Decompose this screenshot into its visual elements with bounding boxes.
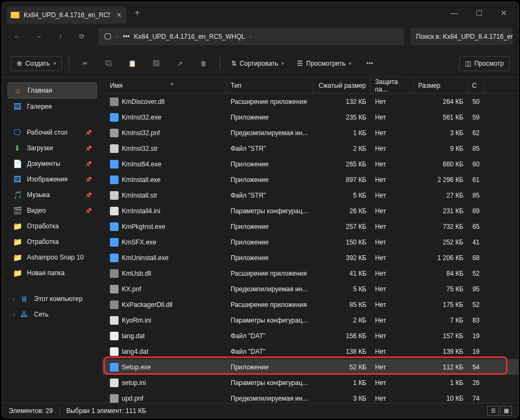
sort-button[interactable]: ⇅Сортировать▾: [227, 57, 289, 71]
sidebar: ⌂Главная 🖼Галерея 🖵Рабочий стол📌 ⬇Загруз…: [2, 78, 102, 403]
status-bar: Элементов: 29 Выбран 1 элемент: 111 КБ ☰…: [2, 403, 518, 418]
sidebar-item-desktop[interactable]: 🖵Рабочий стол📌: [8, 125, 97, 140]
header-name[interactable]: Имя⌃: [106, 78, 226, 93]
delete-button[interactable]: 🗑: [194, 54, 213, 73]
header-type[interactable]: Тип: [226, 78, 313, 93]
sidebar-item-folder[interactable]: 📁Ashampoo Snap 10: [8, 250, 97, 265]
cut-button[interactable]: ✂: [75, 54, 95, 73]
sidebar-item-network[interactable]: ›🖧Сеть: [8, 307, 97, 322]
forward-button[interactable]: →: [29, 28, 48, 45]
header-packed[interactable]: Сжатый размер: [313, 78, 371, 93]
monitor-icon: 🖵: [103, 32, 112, 41]
file-row[interactable]: KmInst32.strФайл "STR"2 КБНет9 КБ85: [102, 141, 518, 156]
file-row[interactable]: KmInst64.exeПриложение265 КБНет660 КБ60: [102, 156, 518, 172]
rename-button[interactable]: 🅰: [147, 54, 166, 73]
share-button[interactable]: ↗: [170, 54, 190, 73]
file-row[interactable]: KmPkgInst.exeПриложение257 КБНет732 КБ65: [102, 219, 518, 234]
content-area: Имя⌃ Тип Сжатый размер Защита па... Разм…: [102, 78, 518, 403]
file-row[interactable]: setup.iniПараметры конфигурац...1 КБНет1…: [102, 375, 518, 390]
file-row[interactable]: KmSFX.exeПриложение150 КБНет252 КБ41: [102, 234, 518, 250]
sidebar-item-folder[interactable]: 📁Отработка: [8, 234, 97, 249]
main-area: ⌂Главная 🖼Галерея 🖵Рабочий стол📌 ⬇Загруз…: [2, 78, 518, 403]
address-field[interactable]: 🖵 › ••• Kx84_UPD_8.4.1716_en_RC5_WHQL ›: [98, 28, 404, 45]
titlebar: Kx84_UPD_8.4.1716_en_RC5_W ✕ + — ☐ ✕: [2, 2, 518, 24]
more-button[interactable]: •••: [360, 54, 379, 73]
new-tab-button[interactable]: +: [135, 8, 140, 18]
preview-button[interactable]: ◫Просмотр: [459, 56, 510, 71]
file-row[interactable]: KmInst32.pnfПредкомпилируемая ин...1 КБН…: [102, 125, 518, 141]
copy-button[interactable]: ⿻: [99, 54, 119, 73]
sidebar-item-gallery[interactable]: 🖼Галерея: [8, 99, 97, 114]
file-row[interactable]: KmUsb.dllРасширение приложения41 КБНет84…: [102, 265, 518, 281]
file-row[interactable]: KX.pnfПредкомпилируемая ин...5 КБНет75 К…: [102, 281, 518, 297]
status-selected: Выбран 1 элемент: 111 КБ: [66, 407, 146, 415]
sidebar-item-folder[interactable]: 📁Новая папка: [8, 265, 97, 281]
tab-title: Kx84_UPD_8.4.1716_en_RC5_W: [24, 11, 110, 19]
file-row[interactable]: KmInstall.exeПриложение897 КБНет2 296 КБ…: [102, 172, 518, 187]
header-size[interactable]: Размер: [414, 78, 468, 93]
address-folder: Kx84_UPD_8.4.1716_en_RC5_WHQL: [134, 33, 245, 40]
sidebar-item-music[interactable]: 🎵Музыка📌: [8, 187, 97, 202]
sidebar-item-downloads[interactable]: ⬇Загрузки📌: [8, 141, 97, 156]
file-row[interactable]: KmInst32.exeПриложение235 КБНет561 КБ59: [102, 109, 518, 125]
file-row[interactable]: lang4.datФайл "DAT"138 КБНет139 КБ19: [102, 344, 518, 359]
header-ratio[interactable]: С: [468, 78, 484, 93]
file-row[interactable]: Setup.exeПриложение52 КБНет112 КБ54: [102, 359, 518, 375]
refresh-button[interactable]: ⟳: [72, 28, 92, 45]
sidebar-item-documents[interactable]: 📄Документы📌: [8, 156, 97, 171]
sidebar-item-home[interactable]: ⌂Главная: [8, 82, 97, 99]
file-row[interactable]: KxPackagerDll.dllРасширение приложения85…: [102, 297, 518, 312]
status-count: Элементов: 29: [9, 407, 53, 415]
file-row[interactable]: KmUninstall.exeПриложение392 КБНет1 206 …: [102, 250, 518, 265]
address-bar: ← → ↑ ⟳ 🖵 › ••• Kx84_UPD_8.4.1716_en_RC5…: [2, 24, 518, 50]
search-input[interactable]: Поиск в: Kx84_UPD_8.4.1716_en: [411, 28, 513, 45]
sidebar-item-thispc[interactable]: ›🖥Этот компьютер: [8, 291, 97, 306]
file-row[interactable]: KmInstall4.iniПараметры конфигурац...26 …: [102, 203, 518, 219]
minimize-button[interactable]: —: [442, 2, 467, 24]
window-controls: — ☐ ✕: [442, 2, 516, 24]
sidebar-item-pictures[interactable]: 🖼Изображения📌: [8, 172, 97, 187]
sidebar-item-folder[interactable]: 📁Отработка: [8, 219, 97, 234]
maximize-button[interactable]: ☐: [467, 2, 491, 24]
view-grid-button[interactable]: ▦: [500, 406, 512, 416]
view-button[interactable]: ☰Просмотреть▾: [293, 57, 356, 71]
back-button[interactable]: ←: [8, 28, 27, 45]
paste-button[interactable]: 📋: [123, 54, 142, 73]
header-protect[interactable]: Защита па...: [371, 78, 414, 93]
sidebar-item-videos[interactable]: 🎬Видео📌: [8, 203, 97, 218]
close-button[interactable]: ✕: [491, 2, 516, 24]
tab-active[interactable]: Kx84_UPD_8.4.1716_en_RC5_W ✕: [6, 6, 126, 24]
file-row[interactable]: lang.datФайл "DAT"156 КБНет157 КБ19: [102, 328, 518, 344]
file-list[interactable]: KmDiscover.dllРасширение приложения132 К…: [102, 94, 518, 403]
explorer-window: Kx84_UPD_8.4.1716_en_RC5_W ✕ + — ☐ ✕ ← →…: [2, 2, 519, 418]
file-row[interactable]: KmDiscover.dllРасширение приложения132 К…: [102, 94, 518, 109]
up-button[interactable]: ↑: [51, 28, 70, 45]
folder-icon: [11, 12, 19, 18]
toolbar: ⊕Создать▾ ✂ ⿻ 📋 🅰 ↗ 🗑 ⇅Сортировать▾ ☰Про…: [2, 50, 518, 78]
close-icon[interactable]: ✕: [116, 11, 122, 19]
column-headers: Имя⌃ Тип Сжатый размер Защита па... Разм…: [102, 78, 518, 94]
file-row[interactable]: KyoRm.iniПараметры конфигурац...2 КБНет7…: [102, 312, 518, 328]
view-list-button[interactable]: ☰: [487, 406, 499, 416]
file-row[interactable]: upd.pnfПредкомпилируемая ин...3 КБНет10 …: [102, 390, 518, 403]
create-button[interactable]: ⊕Создать▾: [11, 56, 62, 71]
file-row[interactable]: KmInstall.strФайл "STR"5 КБНет27 КБ85: [102, 187, 518, 203]
